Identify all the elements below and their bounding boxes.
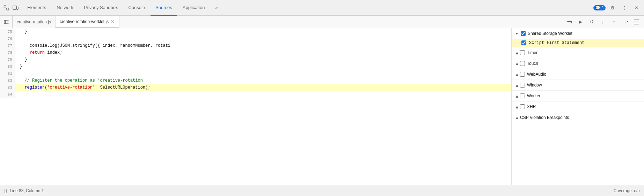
file-tabs-right: ▶ ↺ ↓ ↑ →•: [564, 17, 644, 27]
coverage-info: Coverage: n/a: [614, 188, 640, 193]
xhr-header[interactable]: ▶ XHR: [512, 101, 644, 112]
settings-icon[interactable]: ⚙: [608, 3, 617, 13]
touch-group: ▶ Touch: [512, 58, 644, 69]
format-icon[interactable]: [564, 17, 574, 27]
webaudio-header[interactable]: ▶ WebAudio: [512, 69, 644, 80]
svg-rect-0: [4, 5, 6, 7]
devtools-tab-bar: Elements Network Privacy Sandbox Console…: [0, 0, 644, 16]
worker-checkbox[interactable]: [520, 93, 525, 98]
tab-more[interactable]: »: [210, 0, 222, 16]
touch-triangle-icon: ▶: [515, 62, 519, 65]
webaudio-group: ▶ WebAudio: [512, 69, 644, 80]
xhr-group: ▶ XHR: [512, 101, 644, 112]
xhr-checkbox[interactable]: [520, 104, 525, 109]
code-line-83: 83 register('creative-rotation', SelectU…: [0, 84, 511, 91]
code-line-77: 77 console.log(JSON.stringify({ index, r…: [0, 42, 511, 49]
window-header[interactable]: ▶ Window: [512, 80, 644, 90]
step-over-icon[interactable]: ↺: [587, 17, 597, 27]
close-devtools-icon[interactable]: ✕: [631, 3, 641, 13]
script-first-statement-checkbox[interactable]: [521, 40, 526, 45]
step-icon[interactable]: →•: [620, 17, 630, 27]
webaudio-checkbox[interactable]: [520, 72, 525, 77]
file-tab-1[interactable]: creative-rotation.js: [13, 16, 56, 28]
sidebar-toggle-icon[interactable]: [0, 16, 13, 28]
window-triangle-icon: ▶: [515, 84, 519, 86]
touch-header[interactable]: ▶ Touch: [512, 58, 644, 69]
tabs-right-group: 💬 2 ⚙ ⋮ ✕: [593, 3, 641, 13]
window-checkbox[interactable]: [520, 83, 525, 88]
code-line-76: 76: [0, 35, 511, 42]
csp-group: ▶ CSP Violation Breakpoints: [512, 112, 644, 123]
expand-triangle-icon: ▼: [515, 32, 519, 36]
tab-sources[interactable]: Sources: [151, 0, 177, 16]
svg-rect-4: [4, 20, 6, 24]
resume-icon[interactable]: ▶: [576, 17, 585, 27]
shared-storage-worklet-group: ▼ Shared Storage Worklet Script First St…: [512, 28, 644, 47]
tab-application[interactable]: Application: [178, 0, 210, 16]
status-bar: {} Line 83, Column 1 Coverage: n/a: [0, 185, 644, 196]
xhr-triangle-icon: ▶: [515, 105, 519, 108]
shared-storage-worklet-header[interactable]: ▼ Shared Storage Worklet: [512, 28, 644, 39]
code-line-81: 81: [0, 70, 511, 77]
code-editor[interactable]: 75 } 76 77 console.log(JSON.stringify({ …: [0, 28, 511, 185]
svg-rect-3: [17, 7, 18, 9]
worker-header[interactable]: ▶ Worker: [512, 91, 644, 101]
code-editor-area: 75 } 76 77 console.log(JSON.stringify({ …: [0, 28, 511, 185]
breakpoint-section: ▼ Shared Storage Worklet Script First St…: [512, 28, 644, 123]
timer-group: ▶ Timer: [512, 47, 644, 58]
touch-checkbox[interactable]: [520, 61, 525, 66]
window-group: ▶ Window: [512, 80, 644, 91]
file-tabs-bar: creative-rotation.js creative-rotation-w…: [0, 16, 644, 28]
script-first-statement-row[interactable]: Script First Statement: [512, 39, 644, 47]
tab-elements[interactable]: Elements: [22, 0, 51, 16]
deactivate-breakpoints-icon[interactable]: [631, 17, 641, 27]
csp-header[interactable]: ▶ CSP Violation Breakpoints: [512, 112, 644, 123]
tab-console[interactable]: Console: [123, 0, 150, 16]
cursor-position: Line 83, Column 1: [10, 188, 44, 193]
tab-privacy-sandbox[interactable]: Privacy Sandbox: [79, 0, 123, 16]
svg-rect-2: [13, 6, 16, 9]
main-content: 75 } 76 77 console.log(JSON.stringify({ …: [0, 28, 644, 185]
code-line-79: 79 }: [0, 56, 511, 63]
code-line-75: 75 }: [0, 28, 511, 35]
right-panel: ▼ Shared Storage Worklet Script First St…: [511, 28, 644, 185]
status-left: {} Line 83, Column 1: [4, 188, 44, 193]
shared-storage-worklet-checkbox[interactable]: [521, 31, 526, 36]
code-line-78: 78 return index;: [0, 49, 511, 56]
device-toggle-icon[interactable]: [12, 4, 19, 11]
file-tab-2[interactable]: creative-rotation-worklet.js ✕: [56, 16, 119, 28]
notification-badge[interactable]: 💬 2: [593, 5, 606, 10]
code-line-82: 82 // Register the operation as 'creativ…: [0, 77, 511, 84]
worker-group: ▶ Worker: [512, 91, 644, 101]
inspect-icon[interactable]: [3, 4, 10, 11]
step-out-icon[interactable]: ↑: [609, 17, 619, 27]
cursor-format-icon[interactable]: {}: [4, 188, 7, 193]
devtools-icon-group: [3, 4, 19, 11]
timer-checkbox[interactable]: [520, 50, 525, 55]
code-line-80: 80 }: [0, 63, 511, 70]
csp-triangle-icon: ▶: [515, 116, 519, 119]
svg-rect-1: [7, 8, 9, 10]
tab-network[interactable]: Network: [52, 0, 78, 16]
webaudio-triangle-icon: ▶: [515, 73, 519, 76]
worker-triangle-icon: ▶: [515, 95, 519, 97]
svg-marker-9: [571, 20, 572, 24]
timer-header[interactable]: ▶ Timer: [512, 47, 644, 58]
more-options-icon[interactable]: ⋮: [620, 3, 629, 13]
close-tab-icon[interactable]: ✕: [111, 19, 115, 24]
timer-triangle-icon: ▶: [515, 51, 519, 54]
step-into-icon[interactable]: ↓: [598, 17, 608, 27]
code-line-84: 84: [0, 91, 511, 98]
